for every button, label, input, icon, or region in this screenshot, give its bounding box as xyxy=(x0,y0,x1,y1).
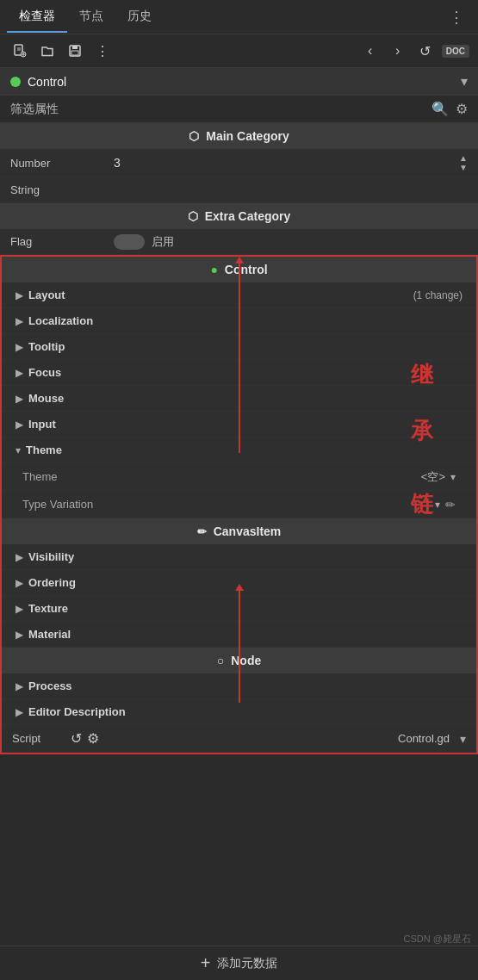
forward-icon[interactable]: › xyxy=(387,40,409,62)
node-section-header: ○ Node xyxy=(2,648,476,673)
theme-theme-dropdown-val[interactable]: <空> xyxy=(421,469,445,485)
flag-property-row: Flag 启用 xyxy=(0,229,478,255)
new-file-icon[interactable] xyxy=(9,40,31,62)
tooltip-label: Tooltip xyxy=(28,340,65,353)
more-options-icon[interactable]: ⋮ xyxy=(91,40,114,62)
mouse-tree-item[interactable]: ▶ Mouse xyxy=(2,386,476,412)
canvas-pencil-icon: ✏ xyxy=(197,525,207,538)
toolbar: ⋮ ‹ › ↺ DOC xyxy=(0,34,478,68)
node-section-title: Node xyxy=(231,654,261,667)
theme-theme-label: Theme xyxy=(22,470,117,483)
input-label: Input xyxy=(28,418,56,431)
script-dropdown-arrow[interactable]: ▾ xyxy=(460,732,466,746)
script-label: Script xyxy=(12,732,64,745)
string-label: String xyxy=(10,183,114,196)
layout-label: Layout xyxy=(28,288,65,301)
svg-rect-8 xyxy=(71,51,78,55)
flag-label: Flag xyxy=(10,235,114,248)
add-metadata-label: 添加元数据 xyxy=(217,956,277,971)
editordescription-arrow: ▶ xyxy=(16,706,23,718)
node-selector[interactable]: Control ▾ xyxy=(0,68,478,96)
mouse-arrow: ▶ xyxy=(16,393,23,405)
refresh-icon[interactable]: ↺ xyxy=(414,40,437,62)
filter-settings-icon[interactable]: ⚙ xyxy=(456,101,468,117)
focus-arrow: ▶ xyxy=(16,367,23,379)
visibility-tree-item[interactable]: ▶ Visibility xyxy=(2,544,476,570)
tab-inspector[interactable]: 检查器 xyxy=(7,2,67,33)
tab-history[interactable]: 历史 xyxy=(115,2,164,33)
process-tree-item[interactable]: ▶ Process xyxy=(2,673,476,699)
focus-tree-item[interactable]: ▶ Focus xyxy=(2,360,476,386)
theme-group-label: Theme xyxy=(26,443,62,456)
theme-typevariation-value: ▾ ✏ xyxy=(117,498,456,512)
editordescription-label: Editor Description xyxy=(28,705,126,718)
node-status-dot xyxy=(10,77,21,87)
script-reset-icon[interactable]: ↺ xyxy=(71,730,82,747)
save-file-icon[interactable] xyxy=(64,40,86,62)
tooltip-arrow: ▶ xyxy=(16,341,23,353)
filter-search-icon[interactable]: 🔍 xyxy=(431,101,449,117)
visibility-label: Visibility xyxy=(28,550,74,563)
control-dot: ● xyxy=(210,263,217,276)
flag-toggle[interactable] xyxy=(114,234,145,250)
tab-more-icon[interactable]: ⋮ xyxy=(442,4,471,30)
string-property-row: String xyxy=(0,177,478,203)
back-icon[interactable]: ‹ xyxy=(359,40,382,62)
control-section-header: ● Control xyxy=(2,257,476,282)
main-category-title: Main Category xyxy=(206,129,289,143)
doc-button[interactable]: DOC xyxy=(442,45,469,58)
theme-typevariation-label: Type Variation xyxy=(22,498,117,511)
open-file-icon[interactable] xyxy=(36,40,59,62)
editordescription-tree-item[interactable]: ▶ Editor Description xyxy=(2,699,476,725)
theme-typevariation-row: Type Variation ▾ ✏ xyxy=(2,491,476,518)
localization-tree-item[interactable]: ▶ Localization xyxy=(2,308,476,334)
texture-label: Texture xyxy=(28,602,68,615)
tab-bar: 检查器 节点 历史 ⋮ xyxy=(0,0,478,34)
node-section-icon: ○ xyxy=(217,654,224,667)
material-arrow: ▶ xyxy=(16,629,23,641)
bottom-bar: + 添加元数据 xyxy=(0,946,478,980)
theme-theme-dropdown-arrow[interactable]: ▾ xyxy=(450,471,456,483)
input-arrow: ▶ xyxy=(16,419,23,431)
layout-tree-item[interactable]: ▶ Layout (1 change) xyxy=(2,282,476,308)
control-section: 继 承 链 ● Control ▶ Layout (1 change) ▶ Lo… xyxy=(0,255,478,754)
script-filename[interactable]: Control.gd xyxy=(106,732,450,745)
ordering-label: Ordering xyxy=(28,576,76,589)
process-label: Process xyxy=(28,679,72,692)
tooltip-tree-item[interactable]: ▶ Tooltip xyxy=(2,334,476,360)
filter-bar: 筛选属性 🔍 ⚙ xyxy=(0,96,478,123)
main-category-icon: ⬡ xyxy=(189,129,199,143)
extra-category-title: Extra Category xyxy=(205,209,291,223)
theme-theme-row: Theme <空> ▾ xyxy=(2,463,476,491)
canvas-section-title: CanvasItem xyxy=(214,524,282,538)
number-value[interactable]: 3 xyxy=(114,156,121,170)
add-metadata-plus[interactable]: + xyxy=(201,953,211,973)
canvas-section-header: ✏ CanvasItem xyxy=(2,518,476,544)
number-property-row: Number 3 ▲ ▼ xyxy=(0,149,478,177)
focus-label: Focus xyxy=(28,366,61,379)
theme-typevariation-edit-icon[interactable]: ✏ xyxy=(445,498,456,512)
texture-arrow: ▶ xyxy=(16,603,23,615)
theme-typevariation-dropdown-arrow[interactable]: ▾ xyxy=(435,499,440,511)
watermark: CSDN @毙星石 xyxy=(404,933,471,946)
localization-label: Localization xyxy=(28,314,93,327)
localization-arrow: ▶ xyxy=(16,315,23,327)
process-arrow: ▶ xyxy=(16,680,23,692)
tab-nodes[interactable]: 节点 xyxy=(67,2,115,33)
layout-change-badge: (1 change) xyxy=(413,289,462,301)
input-tree-item[interactable]: ▶ Input xyxy=(2,412,476,437)
number-value-container: 3 ▲ ▼ xyxy=(114,153,468,172)
extra-category-header: ⬡ Extra Category xyxy=(0,203,478,229)
theme-theme-value: <空> ▾ xyxy=(117,469,456,485)
number-spinner[interactable]: ▲ ▼ xyxy=(459,153,468,172)
theme-group-item[interactable]: ▾ Theme xyxy=(2,437,476,463)
ordering-tree-item[interactable]: ▶ Ordering xyxy=(2,570,476,596)
texture-tree-item[interactable]: ▶ Texture xyxy=(2,596,476,622)
visibility-arrow: ▶ xyxy=(16,551,23,563)
node-dropdown-arrow[interactable]: ▾ xyxy=(461,73,468,90)
extra-category-icon: ⬡ xyxy=(188,209,198,223)
number-label: Number xyxy=(10,157,114,170)
control-section-title: Control xyxy=(225,263,268,276)
script-gear-icon[interactable]: ⚙ xyxy=(87,730,99,747)
material-tree-item[interactable]: ▶ Material xyxy=(2,622,476,648)
